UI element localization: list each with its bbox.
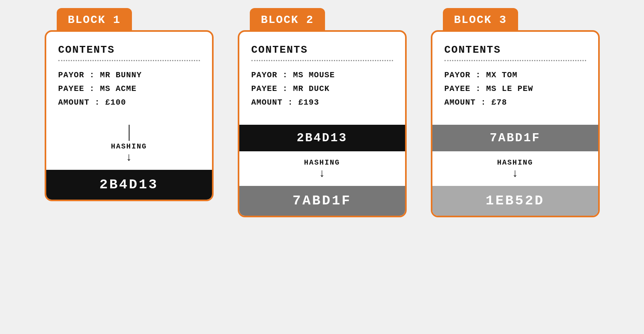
hashing-label-3: HASHING [497, 159, 533, 167]
arrow-down-2: ↓ [319, 168, 325, 179]
vert-line-1 [129, 125, 130, 141]
payee-1: PAYEE : MS ACME [58, 82, 200, 96]
hash-output-bar-3: 1EB52D [432, 186, 598, 216]
block-card-1: CONTENTSPAYOR : MR BUNNYPAYEE : MS ACMEA… [45, 30, 214, 201]
block-wrapper-1: BLOCK 1CONTENTSPAYOR : MR BUNNYPAYEE : M… [45, 8, 214, 201]
arrow-down-1: ↓ [126, 152, 132, 163]
hash-input-bar-2: 2B4D13 [239, 125, 405, 151]
block-wrapper-2: BLOCK 2CONTENTSPAYOR : MS MOUSEPAYEE : M… [238, 8, 407, 217]
block-tab-2: BLOCK 2 [250, 8, 325, 32]
hash-output-bar-1: 2B4D13 [46, 170, 212, 200]
amount-1: AMOUNT : £100 [58, 96, 200, 109]
block-card-2: CONTENTSPAYOR : MS MOUSEPAYEE : MR DUCKA… [238, 30, 407, 217]
contents-label-1: CONTENTS [58, 44, 200, 56]
hash-output-bar-2: 7ABD1F [239, 186, 405, 216]
hashing-label-1: HASHING [111, 142, 147, 151]
amount-3: AMOUNT : £78 [444, 96, 586, 109]
payor-2: PAYOR : MS MOUSE [251, 68, 393, 82]
hashing-section-2: HASHING↓ [239, 151, 405, 186]
block-card-3: CONTENTSPAYOR : MX TOMPAYEE : MS LE PEWA… [431, 30, 600, 217]
hashing-label-2: HASHING [304, 159, 340, 167]
block-tab-1: BLOCK 1 [57, 8, 132, 32]
payor-1: PAYOR : MR BUNNY [58, 68, 200, 82]
hashing-section-1: HASHING↓ [46, 118, 212, 170]
contents-label-3: CONTENTS [444, 44, 586, 56]
blocks-container: BLOCK 1CONTENTSPAYOR : MR BUNNYPAYEE : M… [0, 0, 644, 334]
hashing-section-3: HASHING↓ [432, 151, 598, 186]
contents-label-2: CONTENTS [251, 44, 393, 56]
block-wrapper-3: BLOCK 3CONTENTSPAYOR : MX TOMPAYEE : MS … [431, 8, 600, 217]
hash-input-bar-3: 7ABD1F [432, 125, 598, 151]
amount-2: AMOUNT : £193 [251, 96, 393, 109]
payee-3: PAYEE : MS LE PEW [444, 82, 586, 96]
payor-3: PAYOR : MX TOM [444, 68, 586, 82]
payee-2: PAYEE : MR DUCK [251, 82, 393, 96]
block-tab-3: BLOCK 3 [443, 8, 518, 32]
arrow-down-3: ↓ [512, 168, 518, 179]
